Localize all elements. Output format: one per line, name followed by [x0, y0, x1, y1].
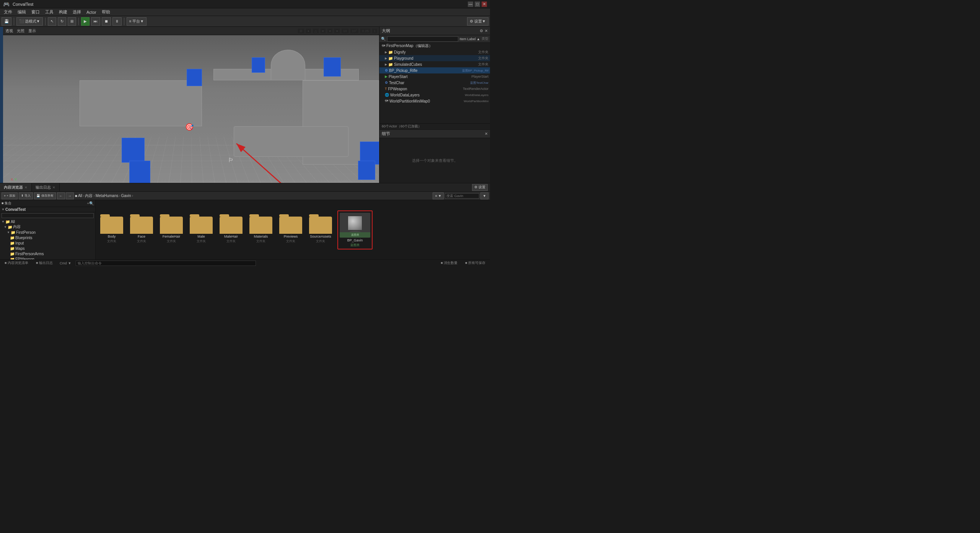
details-close-btn[interactable]: ✕ [485, 132, 488, 136]
maximize-button[interactable]: □ [475, 2, 480, 7]
log-tab-close[interactable]: ✕ [52, 186, 55, 189]
mode-button[interactable]: ⬛ 选模式▼ [16, 17, 43, 26]
tree-search-input[interactable] [2, 213, 94, 218]
stop-button[interactable]: ⏹ [102, 17, 111, 26]
folder-icon-femalehair [160, 217, 183, 234]
menu-item-actor[interactable]: Actor [84, 9, 99, 15]
cb-settings-btn[interactable]: ⚙ 设置 [472, 184, 488, 191]
folder-icon-fparms: 📁 [10, 252, 15, 256]
path-content[interactable]: 内容 [85, 193, 93, 199]
cb-search-container: ≡ ▼ ▼ [433, 192, 488, 199]
step-button[interactable]: ⏭ [91, 17, 100, 26]
menu-item-select[interactable]: 选择 [70, 8, 83, 16]
details-placeholder: 选择一个对象来查看细节。 [412, 158, 458, 163]
play-button[interactable]: ▶ [81, 17, 90, 26]
path-all[interactable]: ■ All [75, 194, 82, 198]
outliner-item-fpweapon[interactable]: T FPWeapon TextRenderActor [379, 86, 490, 92]
folder-male[interactable]: Male 文件夹 [188, 215, 214, 245]
outliner-filter-label[interactable]: Item Label ▲ [460, 37, 480, 41]
folder-body[interactable]: Body 文件夹 [99, 215, 125, 245]
cb-tab-close[interactable]: ✕ [24, 186, 28, 189]
map-icon-wpm: 🗺 [385, 99, 388, 103]
tree-item-blueprints[interactable]: 📁 Blueprints [0, 235, 95, 240]
collections-row: ■ 集合 + 🔍 [0, 200, 95, 207]
tab-content-browser[interactable]: 内容浏览器 ✕ [0, 183, 32, 191]
folder-malehair[interactable]: MaleHair 文件夹 [218, 215, 244, 245]
tab-output-log[interactable]: 输出日志 ✕ [32, 183, 60, 191]
pause-button[interactable]: ⏸ [112, 17, 122, 26]
menu-item-window[interactable]: 窗口 [29, 8, 42, 16]
cb-forward-btn[interactable]: → [66, 192, 74, 199]
folder-sourceassets[interactable]: SourceAssets 文件夹 [308, 215, 334, 245]
tree-item-all[interactable]: ▼ 📁 All [0, 219, 95, 224]
folder-face[interactable]: Face 文件夹 [129, 215, 155, 245]
minimize-button[interactable]: — [468, 2, 473, 7]
folder-materials[interactable]: Materials 文件夹 [248, 215, 274, 245]
perspective-btn[interactable]: 透视 [5, 28, 13, 34]
collections-search-btn[interactable]: 🔍 [89, 201, 94, 205]
menu-item-edit[interactable]: 编辑 [15, 8, 28, 16]
cb-dropdown-btn[interactable]: ▼ [480, 192, 488, 199]
status-log-btn[interactable]: ■ 输出日志 [34, 261, 55, 266]
status-cmd-btn[interactable]: Cmd ▼ [58, 261, 73, 265]
outliner-item-dignify[interactable]: ▶ 📁 Dignify 文件夹 [379, 49, 490, 55]
folder-femalehair[interactable]: FemaleHair 文件夹 [158, 215, 184, 245]
rotate-button[interactable]: ↻ [58, 17, 66, 26]
outliner-close-btn[interactable]: ✕ [485, 29, 488, 33]
tree-item-input[interactable]: 📁 Input [0, 240, 95, 246]
folder-icon-input: 📁 [10, 241, 15, 245]
cb-import-btn[interactable]: ⬆ 导入 [19, 192, 33, 199]
status-console-input[interactable] [76, 261, 256, 266]
x-axis: X [11, 178, 13, 181]
viewport[interactable]: 透视 光照 显示 🎯 🏳 [3, 27, 379, 183]
cb-search-input[interactable] [445, 193, 479, 199]
scale-button[interactable]: ⊞ [68, 17, 76, 26]
tree-item-firstperson[interactable]: ▼ 📁 FirstPerson [0, 230, 95, 235]
log-tab-label: 输出日志 [36, 185, 51, 190]
path-gavin[interactable]: Gavin [121, 194, 131, 198]
asset-bp-gavin[interactable]: 蓝图类 BP_Gavin 蓝图类 [337, 210, 373, 249]
tree-item-maps[interactable]: 📁 Maps [0, 246, 95, 251]
folder-label-body: Body [108, 235, 116, 238]
tree-item-neicong[interactable]: ▼ 📁 内容 [0, 224, 95, 230]
outliner-item-map[interactable]: 🗺 FirstPersonMap（编辑器） [379, 43, 490, 49]
tree-item-fpweapon[interactable]: 📁 FPWeapon [0, 256, 95, 259]
status-cb-btn[interactable]: ■ 内容浏览清单 [2, 261, 31, 266]
cb-add-btn[interactable]: + + 添加 [2, 192, 18, 199]
menu-item-help[interactable]: 帮助 [99, 8, 112, 16]
path-metahumans[interactable]: MetaHumans [96, 194, 118, 198]
cb-filter-btn[interactable]: ≡ ▼ [433, 192, 444, 199]
folder-sublabel-sourceassets: 文件夹 [316, 239, 325, 243]
status-save-btn[interactable]: ■ 所有可保存 [463, 261, 488, 266]
outliner-item-playground[interactable]: ▶ 📁 Playground 文件夹 [379, 55, 490, 61]
menu-item-file[interactable]: 文件 [2, 8, 15, 16]
platform-button[interactable]: ≡ 平台▼ [127, 17, 147, 26]
cb-save-btn[interactable]: 💾 保存所有 [34, 192, 55, 199]
file-tree: ■ 集合 + 🔍 ▼ ConvalTest ▼ 📁 All ▼ 📁 内容 [0, 200, 96, 259]
outliner-item-rifle[interactable]: ⚙ BP_Pickup_Rifle 蓝图BP_Pickup_Rif [379, 67, 490, 73]
lit-btn[interactable]: 光照 [17, 28, 24, 34]
folder-icon-dignify: 📁 [388, 50, 393, 54]
save-label: 💾 保存所有 [36, 194, 53, 198]
folder-previews[interactable]: Previews 文件夹 [278, 215, 304, 245]
menu-item-tools[interactable]: 工具 [43, 8, 56, 16]
menu-item-build[interactable]: 构建 [57, 8, 70, 16]
tree-item-fparms[interactable]: 📁 FirstPersonArms [0, 251, 95, 256]
outliner-item-playerstart[interactable]: ▶ PlayerStart PlayerStart [379, 73, 490, 80]
show-btn[interactable]: 显示 [28, 28, 36, 34]
bp-icon-rifle: ⚙ [385, 68, 388, 72]
status-spawn-btn[interactable]: ■ 消生数量 [438, 261, 460, 266]
folder-icon-previews [279, 217, 302, 234]
outliner-item-wdl[interactable]: 🌐 WorldDataLayers WorldDataLayers [379, 92, 490, 98]
outliner-settings-btn[interactable]: ⚙ [480, 29, 483, 33]
save-button[interactable]: 💾 [2, 17, 11, 26]
transform-button[interactable]: ↖ [48, 17, 56, 26]
tree-convaltest[interactable]: ▼ ConvalTest [0, 207, 95, 212]
outliner-item-wpm[interactable]: 🗺 WorldPartitionMiniMap0 WorldPartitionM… [379, 98, 490, 104]
settings-button[interactable]: ⚙ 设置▼ [467, 17, 488, 26]
outliner-item-testchar[interactable]: ⚙ TestChar 蓝图TestChar [379, 80, 490, 86]
close-button[interactable]: ✕ [482, 2, 487, 7]
cb-back-btn[interactable]: ← [57, 192, 65, 199]
outliner-item-simcubes[interactable]: ▶ 📁 SimulatedCubes 文件夹 [379, 61, 490, 67]
outliner-search-input[interactable] [387, 36, 458, 42]
